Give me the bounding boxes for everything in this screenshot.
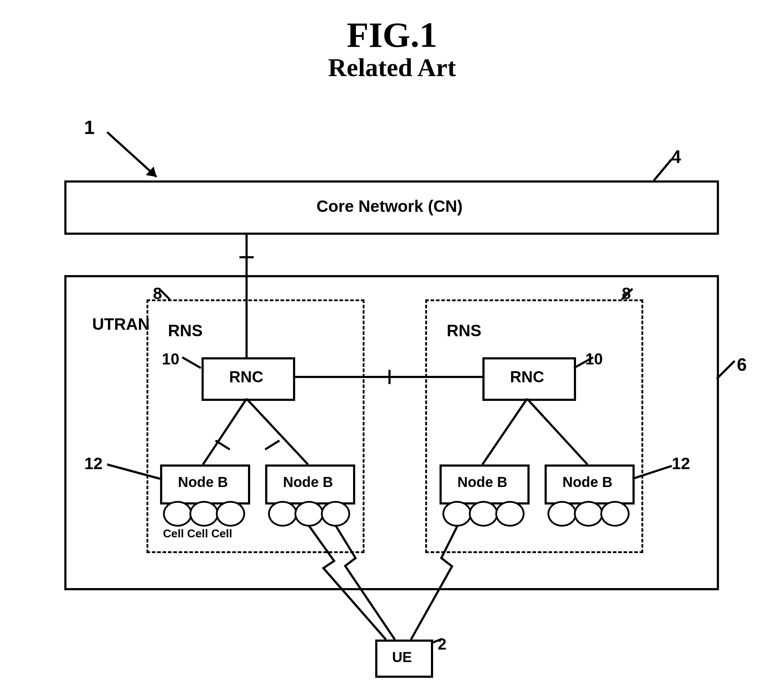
svg-line-8 [107, 464, 160, 479]
svg-line-15 [203, 399, 247, 464]
svg-line-19 [483, 399, 527, 464]
svg-line-3 [717, 361, 735, 379]
diagram-page: FIG.1 Related Art 1 Core Network (CN) 4 … [0, 0, 784, 696]
svg-line-16 [216, 441, 230, 449]
svg-line-7 [574, 357, 593, 368]
svg-line-20 [527, 399, 588, 464]
connection-lines [0, 0, 784, 696]
svg-line-5 [622, 289, 632, 299]
svg-line-18 [265, 441, 280, 449]
svg-line-4 [159, 289, 170, 299]
svg-line-2 [654, 159, 672, 181]
svg-line-0 [107, 132, 156, 177]
svg-line-17 [247, 399, 308, 464]
svg-line-9 [632, 466, 672, 479]
svg-line-10 [431, 639, 442, 643]
svg-line-6 [182, 357, 201, 368]
